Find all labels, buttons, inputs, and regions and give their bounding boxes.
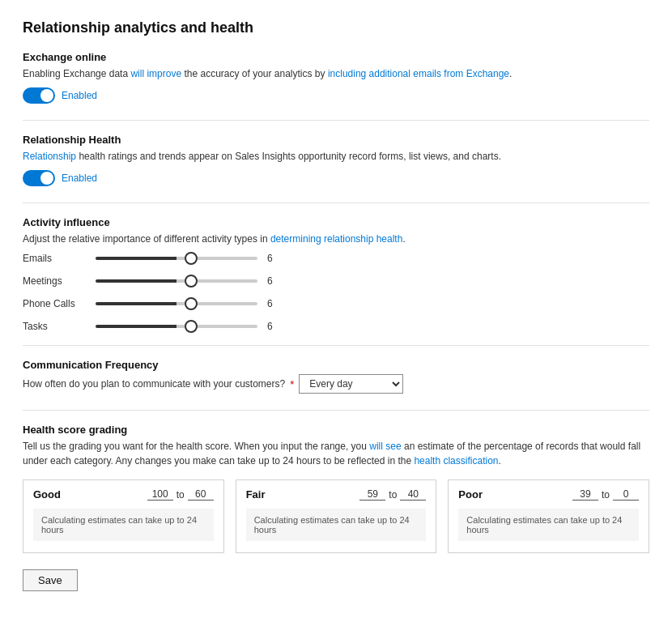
relationship-health-section: Relationship Health Relationship health … bbox=[23, 134, 649, 186]
communication-frequency-select[interactable]: Every dayEvery weekEvery two weeksEvery … bbox=[299, 374, 403, 394]
relationship-health-toggle-label: Enabled bbox=[62, 173, 97, 184]
divider-4 bbox=[23, 410, 649, 411]
card-title: Poor bbox=[458, 488, 483, 501]
relationship-health-toggle-thumb bbox=[40, 172, 53, 185]
exchange-online-section: Exchange online Enabling Exchange data w… bbox=[23, 51, 649, 104]
slider-label-meetings: Meetings bbox=[23, 275, 96, 287]
card-header: Poorto bbox=[458, 488, 639, 501]
grading-card-poor: PoortoCalculating estimates can take up … bbox=[448, 479, 649, 553]
range-from-input[interactable] bbox=[572, 488, 598, 501]
card-title: Fair bbox=[246, 488, 266, 501]
range-from-input[interactable] bbox=[359, 488, 385, 501]
communication-frequency-section: Communication Frequency How often do you… bbox=[23, 359, 649, 394]
activity-influence-description: Adjust the relative importance of differ… bbox=[23, 232, 649, 246]
sliders-container: Emails6Meetings6Phone Calls6Tasks6 bbox=[23, 253, 649, 332]
grading-desc-pre: Tell us the grading you want for the hea… bbox=[23, 441, 369, 452]
slider-label-tasks: Tasks bbox=[23, 321, 96, 332]
exchange-online-toggle-thumb bbox=[40, 89, 53, 102]
divider-1 bbox=[23, 120, 649, 121]
exchange-online-desc-pre: Enabling Exchange data bbox=[23, 68, 130, 79]
slider-value-emails: 6 bbox=[267, 253, 280, 264]
exchange-online-desc-post: . bbox=[509, 68, 512, 79]
activity-influence-desc-post: . bbox=[402, 233, 405, 245]
slider-row: Meetings6 bbox=[23, 275, 649, 287]
communication-frequency-label: How often do you plan to communicate wit… bbox=[23, 378, 285, 390]
grading-card-good: GoodtoCalculating estimates can take up … bbox=[23, 479, 224, 553]
card-title: Good bbox=[33, 488, 61, 501]
card-header: Fairto bbox=[246, 488, 427, 501]
health-score-grading-heading: Health score grading bbox=[23, 424, 649, 436]
divider-3 bbox=[23, 345, 649, 346]
slider-label-phone-calls: Phone Calls bbox=[23, 298, 96, 309]
health-score-grading-section: Health score grading Tell us the grading… bbox=[23, 424, 649, 553]
activity-influence-section: Activity influence Adjust the relative i… bbox=[23, 216, 649, 332]
slider-row: Emails6 bbox=[23, 253, 649, 264]
relationship-health-toggle-track[interactable] bbox=[23, 170, 55, 186]
slider-value-meetings: 6 bbox=[267, 275, 280, 287]
card-range: to bbox=[147, 488, 214, 501]
exchange-online-description: Enabling Exchange data will improve the … bbox=[23, 66, 649, 81]
grading-desc-post: . bbox=[498, 455, 500, 466]
grading-link1[interactable]: will see bbox=[369, 441, 401, 452]
exchange-online-toggle-track[interactable] bbox=[23, 87, 55, 104]
relationship-health-heading: Relationship Health bbox=[23, 134, 649, 146]
slider-input-emails[interactable] bbox=[96, 257, 257, 260]
slider-input-tasks[interactable] bbox=[96, 325, 257, 328]
relationship-health-toggle-row: Enabled bbox=[23, 170, 649, 186]
exchange-online-toggle-row: Enabled bbox=[23, 87, 649, 104]
card-range: to bbox=[359, 488, 426, 501]
exchange-online-link2[interactable]: including additional emails from Exchang… bbox=[328, 68, 509, 79]
divider-2 bbox=[23, 202, 649, 203]
card-estimate: Calculating estimates can take up to 24 … bbox=[458, 509, 639, 541]
exchange-online-toggle-label: Enabled bbox=[62, 90, 97, 101]
page-title: Relationship analytics and health bbox=[23, 19, 649, 36]
card-range: to bbox=[572, 488, 639, 501]
card-header: Goodto bbox=[33, 488, 214, 501]
activity-influence-heading: Activity influence bbox=[23, 216, 649, 228]
relationship-health-description: Relationship health ratings and trends a… bbox=[23, 149, 649, 164]
range-to-input[interactable] bbox=[613, 488, 639, 501]
slider-row: Tasks6 bbox=[23, 321, 649, 332]
card-estimate: Calculating estimates can take up to 24 … bbox=[246, 509, 427, 541]
range-to-label: to bbox=[389, 489, 397, 501]
grading-card-fair: FairtoCalculating estimates can take up … bbox=[236, 479, 437, 553]
exchange-online-toggle[interactable] bbox=[23, 87, 55, 104]
relationship-health-link1[interactable]: Relationship bbox=[23, 151, 76, 162]
activity-influence-link[interactable]: determining relationship health bbox=[270, 233, 402, 245]
grading-cards-container: GoodtoCalculating estimates can take up … bbox=[23, 479, 649, 553]
communication-frequency-row: How often do you plan to communicate wit… bbox=[23, 374, 649, 394]
slider-input-meetings[interactable] bbox=[96, 279, 257, 283]
slider-row: Phone Calls6 bbox=[23, 298, 649, 309]
exchange-online-desc-mid: the accuracy of your analytics by bbox=[181, 68, 328, 79]
range-to-input[interactable] bbox=[400, 488, 426, 501]
range-from-input[interactable] bbox=[147, 488, 173, 501]
exchange-online-heading: Exchange online bbox=[23, 51, 649, 63]
range-to-label: to bbox=[602, 489, 610, 501]
slider-value-tasks: 6 bbox=[267, 321, 280, 332]
card-estimate: Calculating estimates can take up to 24 … bbox=[33, 509, 214, 541]
range-to-input[interactable] bbox=[188, 488, 214, 501]
exchange-online-link1[interactable]: will improve bbox=[130, 68, 181, 79]
relationship-health-desc-mid: health ratings and trends appear on Sale… bbox=[76, 151, 501, 162]
slider-value-phone-calls: 6 bbox=[267, 298, 280, 309]
relationship-health-toggle[interactable] bbox=[23, 170, 55, 186]
activity-influence-desc-pre: Adjust the relative importance of differ… bbox=[23, 233, 270, 245]
grading-link2[interactable]: health classification bbox=[414, 455, 498, 466]
required-indicator: * bbox=[290, 378, 294, 390]
range-to-label: to bbox=[177, 489, 185, 501]
save-button[interactable]: Save bbox=[23, 569, 78, 591]
communication-frequency-heading: Communication Frequency bbox=[23, 359, 649, 371]
slider-label-emails: Emails bbox=[23, 253, 96, 264]
slider-input-phone-calls[interactable] bbox=[96, 302, 257, 305]
health-score-grading-description: Tell us the grading you want for the hea… bbox=[23, 439, 649, 468]
